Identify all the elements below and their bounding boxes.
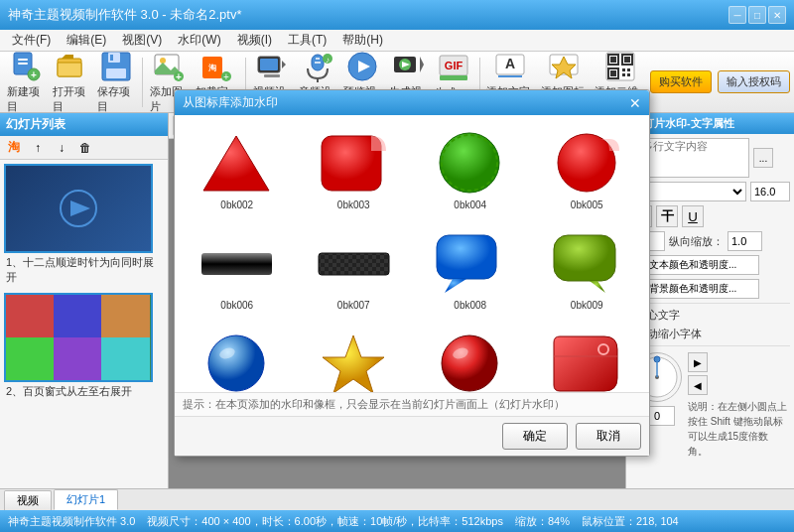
svg-marker-72 [445, 279, 466, 293]
icon-img-0bk011 [314, 329, 393, 392]
svg-point-78 [442, 335, 497, 391]
icon-label-0bk007: 0bk007 [337, 300, 370, 311]
icon-item-0bk003[interactable]: 0bk003 [300, 123, 409, 215]
icon-label-0bk009: 0bk009 [571, 300, 603, 311]
icon-label-0bk008: 0bk008 [454, 300, 486, 311]
icon-label-0bk003: 0bk003 [337, 200, 370, 210]
icon-item-0bk008[interactable]: 0bk008 [416, 223, 525, 316]
icon-item-0bk010[interactable] [183, 324, 292, 392]
icon-img-0bk003 [314, 128, 393, 198]
modal-confirm-btn[interactable]: 确定 [502, 423, 568, 450]
modal-title-text: 从图标库添加水印 [183, 94, 278, 111]
modal-close-btn[interactable]: ✕ [629, 95, 641, 111]
icon-item-0bk004[interactable]: 0bk004 [416, 123, 525, 215]
modal-overlay: 从图标库添加水印 ✕ 0 [0, 0, 794, 532]
icon-item-0bk011[interactable] [300, 324, 409, 392]
modal-icon-grid: 0bk002 0bk003 [175, 115, 649, 392]
svg-marker-61 [203, 136, 269, 191]
icon-label-0bk005: 0bk005 [571, 200, 603, 210]
svg-rect-70 [319, 253, 389, 275]
icon-img-0bk007 [314, 228, 393, 298]
svg-marker-74 [590, 281, 605, 293]
icon-img-0bk004 [431, 128, 510, 198]
svg-point-63 [440, 133, 499, 193]
icon-item-0bk012[interactable] [416, 324, 525, 392]
modal-hint: 提示：在本页添加的水印和像框，只会显示在当前幻灯片画面上（幻灯片水印） [175, 392, 649, 416]
svg-marker-77 [323, 335, 384, 393]
icon-img-0bk010 [198, 329, 277, 392]
icon-library-modal: 从图标库添加水印 ✕ 0 [174, 89, 650, 457]
icon-img-0bk013 [547, 329, 626, 392]
icon-img-0bk012 [431, 329, 510, 392]
svg-rect-71 [437, 235, 496, 279]
icon-item-0bk006[interactable]: 0bk006 [183, 223, 292, 316]
svg-point-65 [558, 134, 615, 192]
icon-img-0bk006 [198, 228, 277, 298]
icon-img-0bk009 [547, 228, 626, 298]
icon-label-0bk004: 0bk004 [454, 200, 486, 210]
modal-title-bar: 从图标库添加水印 ✕ [175, 90, 649, 115]
modal-footer: 确定 取消 [175, 416, 649, 456]
icon-img-0bk002 [198, 128, 277, 198]
icon-item-0bk007[interactable]: 0bk007 [300, 223, 409, 316]
svg-point-75 [208, 335, 264, 391]
icon-img-0bk008 [431, 228, 510, 298]
icon-item-0bk009[interactable]: 0bk009 [533, 223, 642, 316]
icon-label-0bk006: 0bk006 [220, 300, 253, 311]
icon-item-0bk013[interactable] [533, 324, 642, 392]
modal-cancel-btn[interactable]: 取消 [576, 423, 641, 450]
icon-label-0bk002: 0bk002 [220, 200, 253, 210]
svg-rect-66 [201, 253, 272, 275]
svg-rect-73 [554, 235, 615, 281]
icon-img-0bk005 [547, 128, 626, 198]
icon-item-0bk002[interactable]: 0bk002 [183, 123, 292, 215]
icon-item-0bk005[interactable]: 0bk005 [533, 123, 642, 215]
